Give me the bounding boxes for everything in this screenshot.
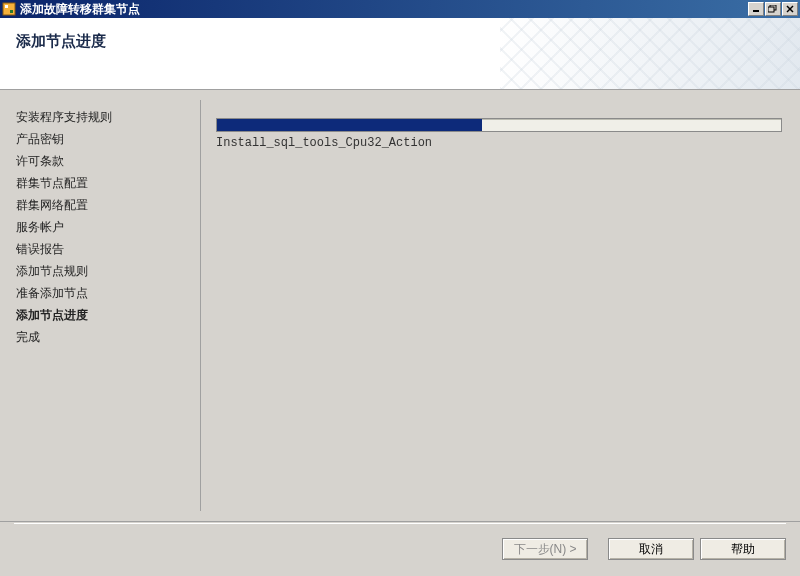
cancel-button-label: 取消 [639,541,663,558]
step-cluster-node-config[interactable]: 群集节点配置 [16,172,192,194]
svg-rect-0 [3,3,15,15]
main-panel: Install_sql_tools_Cpu32_Action [200,90,800,521]
svg-rect-1 [5,5,8,8]
close-button[interactable] [782,2,798,16]
step-complete[interactable]: 完成 [16,326,192,348]
step-add-node-progress[interactable]: 添加节点进度 [16,304,192,326]
step-ready-add-node[interactable]: 准备添加节点 [16,282,192,304]
page-title: 添加节点进度 [0,18,800,51]
step-license[interactable]: 许可条款 [16,150,192,172]
next-button-label: 下一步(N) > [514,541,577,558]
step-list: 安装程序支持规则 产品密钥 许可条款 群集节点配置 群集网络配置 服务帐户 错误… [0,90,200,521]
next-button[interactable]: 下一步(N) > [502,538,588,560]
help-button[interactable]: 帮助 [700,538,786,560]
step-error-report[interactable]: 错误报告 [16,238,192,260]
step-product-key[interactable]: 产品密钥 [16,128,192,150]
wizard-footer: 下一步(N) > 取消 帮助 [0,521,800,576]
step-cluster-network-config[interactable]: 群集网络配置 [16,194,192,216]
minimize-button[interactable] [748,2,764,16]
progress-fill [217,119,482,131]
restore-button[interactable] [765,2,781,16]
cancel-button[interactable]: 取消 [608,538,694,560]
window-title: 添加故障转移群集节点 [20,1,748,18]
window-controls [748,2,798,16]
wizard-body: 安装程序支持规则 产品密钥 许可条款 群集节点配置 群集网络配置 服务帐户 错误… [0,90,800,521]
title-bar: 添加故障转移群集节点 [0,0,800,18]
progress-status-text: Install_sql_tools_Cpu32_Action [216,136,782,150]
divider [200,100,201,511]
app-icon [2,2,16,16]
progress-bar [216,118,782,132]
step-add-node-rules[interactable]: 添加节点规则 [16,260,192,282]
step-install-rules[interactable]: 安装程序支持规则 [16,106,192,128]
svg-rect-5 [768,7,774,12]
wizard-header: 添加节点进度 [0,18,800,90]
svg-rect-2 [10,10,13,13]
help-button-label: 帮助 [731,541,755,558]
step-service-account[interactable]: 服务帐户 [16,216,192,238]
